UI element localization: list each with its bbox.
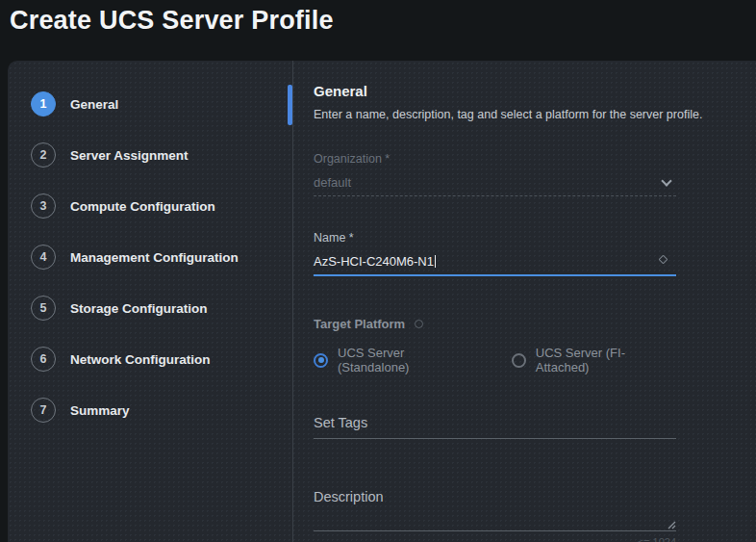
text-caret: [435, 255, 436, 268]
wizard-steps-sidebar: 1 General 2 Server Assignment 3 Compute …: [8, 61, 292, 542]
step-label: General: [70, 97, 118, 112]
organization-field: Organization * default: [314, 152, 676, 196]
organization-select[interactable]: default: [314, 166, 676, 196]
set-tags-input[interactable]: Set Tags: [314, 415, 676, 439]
step-storage-configuration[interactable]: 5 Storage Configuration: [31, 296, 292, 321]
step-number-badge: 2: [31, 142, 56, 168]
name-field: Name * AzS-HCI-C240M6-N1: [314, 231, 676, 276]
radio-icon: [314, 353, 328, 368]
step-management-configuration[interactable]: 4 Management Configuration: [31, 245, 292, 270]
step-number-badge: 6: [31, 347, 56, 372]
step-label: Management Configuration: [70, 250, 239, 265]
radio-ucs-server-fi-attached[interactable]: UCS Server (FI-Attached): [512, 346, 676, 374]
step-content: General Enter a name, description, tag a…: [293, 61, 756, 542]
set-tags-field: Set Tags: [314, 415, 676, 439]
max-length-hint: <= 1024: [314, 536, 676, 542]
step-number-badge: 5: [31, 296, 56, 321]
description-textarea[interactable]: Description: [314, 489, 676, 504]
step-label: Summary: [70, 403, 130, 418]
name-input-value: AzS-HCI-C240M6-N1: [314, 254, 434, 269]
step-label: Network Configuration: [70, 352, 211, 367]
description-field: Description <= 1024: [314, 489, 676, 542]
step-number-badge: 3: [31, 194, 56, 219]
section-heading: General: [314, 83, 756, 99]
target-platform-group: Target Platform UCS Server (Standalone) …: [314, 317, 676, 374]
organization-label: Organization *: [314, 152, 676, 166]
resize-handle-icon[interactable]: [666, 519, 676, 529]
step-general[interactable]: 1 General: [31, 91, 292, 116]
name-input[interactable]: AzS-HCI-C240M6-N1: [314, 245, 676, 276]
active-step-indicator: [288, 85, 292, 125]
description-textarea-body[interactable]: [314, 504, 676, 531]
step-compute-configuration[interactable]: 3 Compute Configuration: [31, 194, 292, 219]
section-subtitle: Enter a name, description, tag and selec…: [314, 108, 756, 121]
radio-label: UCS Server (Standalone): [338, 346, 477, 374]
step-label: Storage Configuration: [70, 301, 208, 316]
step-label: Compute Configuration: [70, 199, 215, 214]
radio-ucs-server-standalone[interactable]: UCS Server (Standalone): [314, 346, 477, 374]
step-network-configuration[interactable]: 6 Network Configuration: [31, 347, 292, 372]
step-server-assignment[interactable]: 2 Server Assignment: [31, 142, 292, 168]
step-number-badge: 4: [31, 245, 56, 270]
target-platform-options: UCS Server (Standalone) UCS Server (FI-A…: [314, 346, 676, 374]
help-circle-icon: [415, 320, 423, 328]
step-number-badge: 1: [31, 91, 56, 116]
wizard-panel: 1 General 2 Server Assignment 3 Compute …: [8, 61, 756, 542]
target-platform-label: Target Platform: [314, 317, 405, 331]
step-label: Server Assignment: [70, 148, 189, 163]
page-title: Create UCS Server Profile: [10, 6, 334, 36]
step-number-badge: 7: [31, 398, 56, 423]
name-label: Name *: [314, 231, 676, 245]
radio-icon: [512, 353, 526, 368]
step-summary[interactable]: 7 Summary: [31, 398, 292, 423]
radio-label: UCS Server (FI-Attached): [536, 346, 676, 374]
